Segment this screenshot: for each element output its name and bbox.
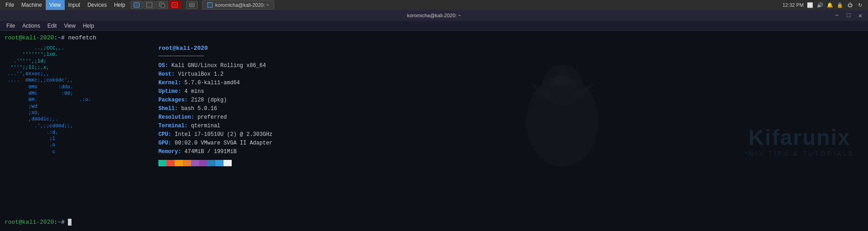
sysinfo-kernel: Kernel: 5.7.0-kali1-amd64 xyxy=(158,79,272,87)
app-menu-view[interactable]: View xyxy=(60,21,79,31)
command-text: neofetch xyxy=(68,34,96,41)
terminal-tab[interactable]: ⬛ koromicha@kali-2020: ~ xyxy=(202,0,274,10)
sysinfo-os: OS: Kali GNU/Linux Rolling x86_64 xyxy=(158,62,272,70)
neofetch-output: ..,;CCC,,. ''''''';lxO. .''''',;ld; ''''… xyxy=(5,45,863,217)
color-block-0 xyxy=(158,160,167,166)
bottom-prompt-path: ~ xyxy=(57,219,61,226)
sysinfo-separator: —————————————— xyxy=(158,53,272,59)
system-tray: 12:32 PM ⬜ 🔊 🔔 🔒 ⏻ ↻ xyxy=(782,1,866,9)
prompt-host: kali-2020 xyxy=(22,34,54,41)
bottom-prompt-host: kali-2020 xyxy=(22,219,54,226)
color-block-4 xyxy=(191,160,199,166)
cursor[interactable] xyxy=(68,219,72,226)
close-button[interactable]: ✕ xyxy=(854,11,866,19)
main-window: koromicha@kali-2020: ~ − □ ✕ File Action… xyxy=(0,10,868,231)
screen-seamless-btn[interactable] xyxy=(143,1,155,9)
svg-rect-1 xyxy=(135,4,138,6)
sysinfo-resolution: Resolution: preferred xyxy=(158,113,272,121)
sysinfo-terminal: Terminal: qterminal xyxy=(158,122,272,130)
os-menu-file[interactable]: File xyxy=(2,0,18,10)
app-menubar: File Actions Edit View Help xyxy=(0,21,868,31)
sysinfo-uptime: Uptime: 4 mins xyxy=(158,87,272,96)
refresh-tray-icon[interactable]: ↻ xyxy=(856,1,863,9)
window-title: koromicha@kali-2020: ~ xyxy=(407,13,461,18)
prompt-path: ~ xyxy=(57,34,61,41)
color-blocks xyxy=(158,160,272,166)
sysinfo-memory: Memory: 474MiB / 1991MiB xyxy=(158,148,272,156)
system-time: 12:32 PM xyxy=(782,2,804,8)
window-titlebar: koromicha@kali-2020: ~ − □ ✕ xyxy=(0,10,868,21)
lock-tray-icon[interactable]: 🔒 xyxy=(836,1,844,9)
app-menu-file[interactable]: File xyxy=(3,21,19,31)
sysinfo-packages: Packages: 2128 (dpkg) xyxy=(158,96,272,104)
svg-rect-9 xyxy=(191,4,193,6)
os-menu-devices[interactable]: Devices xyxy=(84,0,110,10)
first-prompt-line: root@kali-2020:~# neofetch xyxy=(5,34,863,41)
screen-windowed-btn[interactable] xyxy=(156,1,168,9)
sysinfo-shell: Shell: bash 5.0.16 xyxy=(158,105,272,113)
terminal-content: Kifarunix *NIX TIPS & TUTORIALS root@kal… xyxy=(0,31,868,231)
toolbar-icons xyxy=(131,1,198,9)
os-menubar: File Machine View Input Devices Help xyxy=(0,0,868,10)
maximize-button[interactable]: □ xyxy=(843,11,854,19)
color-block-6 xyxy=(207,160,215,166)
svg-rect-2 xyxy=(147,3,152,7)
os-menu-help[interactable]: Help xyxy=(110,0,129,10)
app-menu-help[interactable]: Help xyxy=(79,21,98,31)
notification-tray-icon[interactable]: 🔔 xyxy=(826,1,834,9)
color-block-8 xyxy=(224,160,232,166)
app-menu-edit[interactable]: Edit xyxy=(44,21,61,31)
prompt-user: root xyxy=(5,34,19,41)
sysinfo-gpu: GPU: 00:02.0 VMware SVGA II Adapter xyxy=(158,139,272,147)
color-block-2 xyxy=(175,160,183,166)
sysinfo-host: Host: VirtualBox 1.2 xyxy=(158,70,272,78)
window-controls: − □ ✕ xyxy=(831,11,868,19)
sysinfo-area: root@kali-2020 —————————————— OS: Kali G… xyxy=(158,45,272,217)
screen-tray-icon[interactable]: ⬜ xyxy=(806,1,814,9)
tab-bar: ⬛ koromicha@kali-2020: ~ xyxy=(202,0,782,10)
terminal-tab-icon: ⬛ xyxy=(207,2,213,8)
os-menu-machine[interactable]: Machine xyxy=(18,0,45,10)
screen-capture-btn[interactable] xyxy=(186,1,198,9)
color-block-1 xyxy=(167,160,175,166)
minimize-button[interactable]: − xyxy=(831,11,843,19)
sysinfo-username: root@kali-2020 xyxy=(158,45,272,52)
bottom-prompt-user: root xyxy=(5,219,19,226)
sysinfo-cpu: CPU: Intel i7-10510U (2) @ 2.303GHz xyxy=(158,130,272,139)
screen-fullscreen-btn[interactable] xyxy=(169,1,181,9)
color-block-3 xyxy=(183,160,191,166)
app-menu-actions[interactable]: Actions xyxy=(19,21,43,31)
color-block-7 xyxy=(215,160,224,166)
bottom-prompt-line: root@kali-2020:~# xyxy=(5,217,863,226)
ascii-art: ..,;CCC,,. ''''''';lxO. .''''',;ld; ''''… xyxy=(5,45,149,217)
color-block-5 xyxy=(199,160,207,166)
os-menu-input[interactable]: Input xyxy=(65,0,84,10)
terminal-tab-label: koromicha@kali-2020: ~ xyxy=(215,2,269,8)
svg-rect-4 xyxy=(161,4,165,7)
volume-tray-icon[interactable]: 🔊 xyxy=(816,1,824,9)
power-tray-icon[interactable]: ⏻ xyxy=(846,1,854,9)
os-menu-view[interactable]: View xyxy=(46,0,65,10)
screen-normal-btn[interactable] xyxy=(131,1,143,9)
